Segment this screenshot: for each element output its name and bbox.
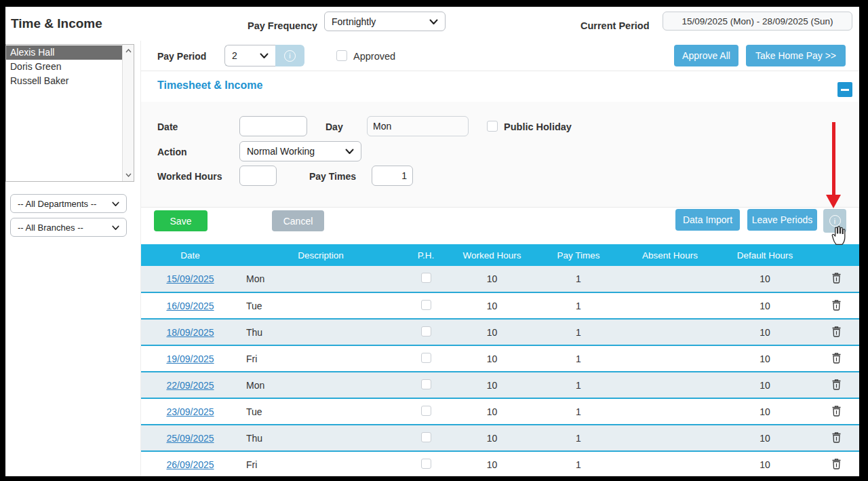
date-link[interactable]: 25/09/2025 <box>166 433 214 444</box>
delete-row-button[interactable] <box>831 378 842 393</box>
leave-periods-button[interactable]: Leave Periods <box>747 209 817 231</box>
pay-times-input[interactable] <box>372 166 413 186</box>
trash-icon <box>831 351 842 364</box>
date-link[interactable]: 16/09/2025 <box>166 301 214 311</box>
description-cell: Mon <box>239 266 402 292</box>
section-title: Timesheet & Income <box>157 79 262 92</box>
col-header-absent-hours: Absent Hours <box>623 244 717 266</box>
employee-item[interactable]: Russell Baker <box>6 74 122 88</box>
chevron-down-icon <box>260 50 269 61</box>
absent-hours-cell <box>623 451 717 476</box>
delete-row-button[interactable] <box>831 271 842 286</box>
table-row: 22/09/2025 Mon 10 1 10 <box>141 372 859 398</box>
action-value: Normal Working <box>247 146 315 157</box>
table-row: 23/09/2025 Tue 10 1 10 <box>141 398 859 425</box>
trash-icon <box>831 299 842 311</box>
employee-item[interactable]: Alexis Hall <box>6 45 122 60</box>
ph-checkbox[interactable] <box>421 432 431 442</box>
default-hours-cell: 10 <box>717 451 812 476</box>
ph-checkbox[interactable] <box>421 379 431 389</box>
delete-row-button[interactable] <box>831 457 842 472</box>
default-hours-cell: 10 <box>717 398 812 425</box>
default-hours-cell: 10 <box>717 319 812 345</box>
date-input[interactable] <box>239 116 307 136</box>
ph-checkbox[interactable] <box>421 459 431 469</box>
save-button[interactable]: Save <box>154 210 208 231</box>
approve-all-button[interactable]: Approve All <box>674 45 738 66</box>
default-hours-cell: 10 <box>717 345 812 372</box>
worked-hours-cell: 10 <box>450 292 534 319</box>
ph-checkbox[interactable] <box>421 326 431 336</box>
date-link[interactable]: 23/09/2025 <box>166 406 214 417</box>
pay-times-cell: 1 <box>534 425 623 451</box>
table-row: 25/09/2025 Thu 10 1 10 <box>141 425 859 451</box>
description-cell: Tue <box>239 292 402 319</box>
absent-hours-cell <box>623 292 717 319</box>
public-holiday-checkbox[interactable] <box>487 121 498 132</box>
branch-filter-select[interactable]: -- All Branches -- <box>10 218 127 237</box>
annotation-arrow-head <box>826 195 841 208</box>
date-link[interactable]: 26/09/2025 <box>166 459 214 470</box>
chevron-down-icon <box>112 199 119 209</box>
col-header-ph: P.H. <box>402 244 450 266</box>
pay-times-cell: 1 <box>534 345 623 372</box>
divider <box>141 207 859 208</box>
scroll-up-icon[interactable] <box>123 45 134 56</box>
col-header-worked-hours: Worked Hours <box>450 244 534 266</box>
table-row: 18/09/2025 Thu 10 1 10 <box>141 319 859 345</box>
delete-row-button[interactable] <box>831 404 842 419</box>
pay-times-cell: 1 <box>534 451 623 476</box>
pay-times-cell: 1 <box>534 319 623 345</box>
col-header-description: Description <box>239 244 402 266</box>
date-label: Date <box>157 121 178 132</box>
department-filter-select[interactable]: -- All Departments -- <box>10 194 127 213</box>
delete-row-button[interactable] <box>831 325 842 340</box>
trash-icon <box>831 271 842 284</box>
delete-row-button[interactable] <box>831 299 842 313</box>
action-select[interactable]: Normal Working <box>239 141 361 161</box>
scroll-down-icon[interactable] <box>123 170 134 180</box>
data-import-button[interactable]: Data Import <box>675 209 740 231</box>
date-link[interactable]: 15/09/2025 <box>166 273 214 284</box>
pay-times-cell: 1 <box>534 266 623 292</box>
ph-checkbox[interactable] <box>421 353 431 363</box>
mouse-cursor-icon <box>829 225 847 248</box>
pay-period-value: 2 <box>232 50 237 61</box>
pay-period-info-button[interactable]: i <box>275 45 304 66</box>
day-input[interactable] <box>367 116 469 136</box>
table-row: 19/09/2025 Fri 10 1 10 <box>141 345 859 372</box>
employee-item[interactable]: Doris Green <box>6 60 122 74</box>
ph-checkbox[interactable] <box>421 273 431 283</box>
pay-frequency-select[interactable]: Fortnightly <box>324 12 446 31</box>
current-period-value: 15/09/2025 (Mon) - 28/09/2025 (Sun) <box>663 12 852 31</box>
description-cell: Thu <box>239 319 402 345</box>
pay-times-cell: 1 <box>534 372 623 398</box>
default-hours-cell: 10 <box>717 425 812 451</box>
timesheet-table: Date Description P.H. Worked Hours Pay T… <box>141 244 859 476</box>
description-cell: Thu <box>239 425 402 451</box>
worked-hours-input[interactable] <box>239 166 277 186</box>
cancel-button[interactable]: Cancel <box>272 210 324 231</box>
delete-row-button[interactable] <box>831 351 842 366</box>
employee-list-scrollbar[interactable] <box>122 45 134 181</box>
employee-listbox[interactable]: Alexis Hall Doris Green Russell Baker <box>5 44 134 182</box>
delete-row-button[interactable] <box>831 431 842 446</box>
col-header-pay-times: Pay Times <box>534 244 623 266</box>
absent-hours-cell <box>623 266 717 292</box>
take-home-pay-button[interactable]: Take Home Pay >> <box>746 45 846 66</box>
worked-hours-cell: 10 <box>450 372 534 398</box>
ph-checkbox[interactable] <box>421 300 431 310</box>
date-link[interactable]: 18/09/2025 <box>166 327 214 338</box>
pay-period-select[interactable]: 2 <box>224 45 275 66</box>
annotation-arrow <box>832 122 835 195</box>
collapse-section-button[interactable] <box>837 82 852 97</box>
date-link[interactable]: 22/09/2025 <box>166 380 214 391</box>
branch-filter-value: -- All Branches -- <box>18 223 83 233</box>
approved-checkbox[interactable] <box>336 50 347 61</box>
description-cell: Fri <box>239 345 402 372</box>
approved-label: Approved <box>353 51 395 62</box>
ph-checkbox[interactable] <box>421 406 431 416</box>
date-link[interactable]: 19/09/2025 <box>166 353 214 364</box>
public-holiday-label: Public Holiday <box>504 121 572 132</box>
trash-icon <box>831 378 842 391</box>
